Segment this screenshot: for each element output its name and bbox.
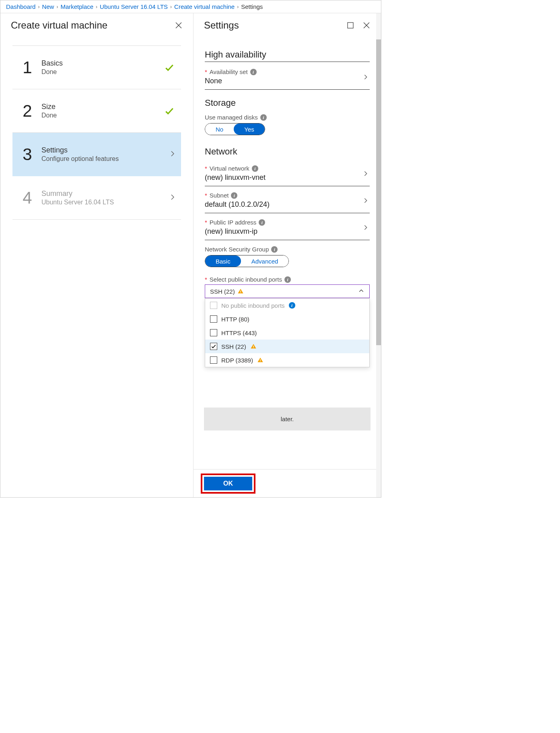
warning-icon [250, 343, 257, 350]
step-title: Summary [41, 189, 169, 198]
svg-rect-10 [260, 361, 260, 362]
svg-rect-7 [253, 346, 253, 347]
option-label: SSH (22) [221, 343, 246, 350]
field-label: Public IP address [210, 219, 256, 226]
step-title: Basics [41, 59, 163, 68]
maximize-icon[interactable] [346, 21, 354, 29]
field-value: (new) linuxvm-ip [205, 227, 370, 236]
svg-rect-2 [348, 23, 353, 28]
nsg-advanced[interactable]: Advanced [241, 255, 289, 267]
chevron-right-icon: › [170, 4, 172, 10]
panel-title: Settings [204, 20, 346, 31]
required-indicator: * [205, 192, 207, 199]
wizard-step-basics[interactable]: 1 Basics Done [12, 46, 181, 89]
option-label: RDP (3389) [221, 357, 253, 364]
step-number: 4 [17, 188, 37, 208]
field-label: Virtual network [210, 165, 249, 172]
step-title: Size [41, 103, 163, 111]
step-subtitle: Done [41, 68, 163, 76]
chevron-right-icon: › [38, 4, 39, 10]
chevron-right-icon [362, 198, 369, 205]
field-label: Network Security Group [205, 246, 269, 253]
breadcrumb-link[interactable]: New [42, 3, 54, 10]
required-indicator: * [205, 276, 207, 283]
info-icon[interactable]: i [259, 219, 265, 226]
info-icon[interactable]: i [260, 114, 267, 121]
field-label: Availability set [210, 68, 248, 75]
svg-rect-5 [240, 290, 241, 292]
availability-set-field[interactable]: * Availability set i None [205, 66, 370, 90]
field-label: Subnet [210, 192, 229, 199]
subnet-field[interactable]: * Subnet i default (10.0.2.0/24) [205, 189, 370, 213]
virtual-network-field[interactable]: * Virtual network i (new) linuxvm-vnet [205, 163, 370, 186]
svg-rect-6 [240, 292, 241, 293]
chevron-right-icon [362, 224, 369, 232]
checkmark-icon [163, 106, 176, 116]
section-network: Network [205, 146, 370, 159]
port-option-none[interactable]: No public inbound ports i [205, 299, 369, 312]
checkbox[interactable] [210, 356, 217, 364]
chevron-right-icon [362, 74, 369, 82]
checkbox[interactable] [210, 343, 217, 350]
breadcrumb-link[interactable]: Ubuntu Server 16.04 LTS [100, 3, 168, 10]
inbound-ports-dropdown[interactable]: SSH (22) [205, 284, 370, 298]
public-ip-field[interactable]: * Public IP address i (new) linuxvm-ip [205, 216, 370, 240]
chevron-right-icon: › [56, 4, 58, 10]
info-icon[interactable]: i [289, 302, 295, 309]
breadcrumb-link[interactable]: Dashboard [6, 3, 35, 10]
toggle-no[interactable]: No [205, 124, 234, 135]
info-note: later. [204, 408, 371, 430]
step-subtitle: Ubuntu Server 16.04 LTS [41, 199, 169, 206]
option-label: No public inbound ports [221, 302, 285, 309]
managed-disks-toggle: No Yes [205, 123, 265, 135]
wizard-step-settings[interactable]: 3 Settings Configure optional features [12, 133, 181, 176]
port-option-rdp[interactable]: RDP (3389) [205, 353, 369, 367]
step-title: Settings [41, 146, 169, 154]
checkbox[interactable] [210, 302, 217, 309]
breadcrumb-link[interactable]: Create virtual machine [174, 3, 235, 10]
port-option-https[interactable]: HTTPS (443) [205, 326, 369, 340]
info-icon[interactable]: i [252, 165, 258, 172]
field-label: Use managed disks [205, 114, 258, 121]
port-option-http[interactable]: HTTP (80) [205, 312, 369, 326]
field-label: Select public inbound ports [210, 276, 282, 283]
wizard-step-size[interactable]: 2 Size Done [12, 89, 181, 133]
info-icon[interactable]: i [250, 69, 257, 75]
checkbox[interactable] [210, 329, 217, 336]
chevron-up-icon [358, 288, 364, 295]
warning-icon [237, 288, 244, 294]
checkmark-icon [163, 62, 176, 73]
field-value: default (10.0.2.0/24) [205, 200, 370, 209]
nsg-toggle: Basic Advanced [205, 255, 289, 267]
warning-icon [257, 357, 264, 363]
step-number: 3 [17, 145, 37, 164]
ok-button[interactable]: OK [204, 477, 252, 490]
option-label: HTTPS (443) [221, 329, 257, 336]
field-value: (new) linuxvm-vnet [205, 173, 370, 182]
svg-rect-8 [253, 348, 253, 348]
option-label: HTTP (80) [221, 316, 249, 323]
port-option-ssh[interactable]: SSH (22) [205, 340, 369, 353]
breadcrumb: Dashboard › New › Marketplace › Ubuntu S… [0, 0, 381, 13]
breadcrumb-link[interactable]: Marketplace [60, 3, 93, 10]
section-high-availability: High availability [205, 49, 370, 62]
chevron-right-icon [169, 194, 176, 202]
checkbox[interactable] [210, 315, 217, 323]
chevron-right-icon [362, 171, 369, 178]
required-indicator: * [205, 68, 207, 75]
nsg-basic[interactable]: Basic [205, 255, 241, 267]
chevron-right-icon [169, 150, 176, 159]
close-icon[interactable] [175, 21, 183, 29]
create-vm-panel: Create virtual machine 1 Basics Done [0, 13, 194, 497]
info-icon[interactable]: i [271, 246, 278, 253]
toggle-yes[interactable]: Yes [234, 124, 264, 135]
step-subtitle: Done [41, 112, 163, 119]
close-icon[interactable] [362, 21, 371, 29]
info-icon[interactable]: i [231, 192, 237, 199]
info-icon[interactable]: i [284, 276, 291, 283]
note-text: later. [281, 416, 294, 422]
svg-rect-9 [260, 359, 260, 361]
step-number: 1 [17, 58, 37, 77]
field-value: None [205, 77, 370, 85]
wizard-step-summary[interactable]: 4 Summary Ubuntu Server 16.04 LTS [12, 176, 181, 220]
